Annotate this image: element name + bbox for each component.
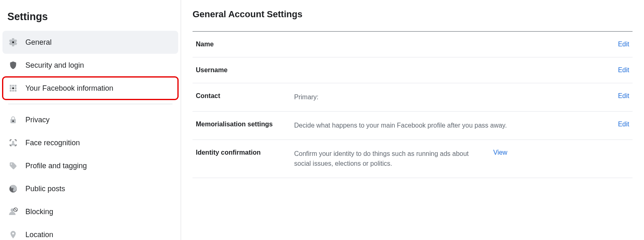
sidebar-item-privacy[interactable]: Privacy	[2, 108, 178, 131]
sidebar-title: Settings	[0, 6, 181, 31]
setting-row-contact: Contact Primary: Edit	[193, 83, 633, 112]
edit-link[interactable]: Edit	[611, 41, 629, 48]
grid-icon	[7, 82, 19, 94]
gear-icon	[7, 37, 19, 48]
setting-row-name: Name Edit	[193, 32, 633, 57]
sidebar-item-public-posts[interactable]: Public posts	[2, 177, 178, 200]
svg-point-17	[12, 233, 14, 235]
sidebar-list: General Security and login Your Facebook…	[0, 31, 181, 240]
sidebar-item-blocking[interactable]: Blocking	[2, 200, 178, 223]
svg-rect-6	[10, 90, 12, 92]
view-link[interactable]: View	[487, 149, 507, 156]
edit-link[interactable]: Edit	[611, 121, 629, 128]
sidebar-item-label: Security and login	[25, 61, 84, 70]
svg-rect-1	[10, 85, 12, 87]
setting-label: Identity confirmation	[196, 149, 294, 156]
sidebar-item-label: Location	[25, 231, 53, 239]
setting-row-username: Username Edit	[193, 57, 633, 83]
settings-table: Name Edit Username Edit Contact Primary:…	[193, 31, 633, 178]
sidebar-item-label: Public posts	[25, 185, 65, 193]
svg-point-9	[12, 87, 14, 89]
setting-desc: Decide what happens to your main Faceboo…	[294, 121, 611, 130]
block-icon	[7, 206, 19, 217]
page-title: General Account Settings	[193, 9, 633, 20]
setting-row-identity: Identity confirmation Confirm your ident…	[193, 140, 633, 178]
pin-icon	[7, 229, 19, 240]
sidebar-item-label: Profile and tagging	[25, 162, 87, 170]
sidebar-item-label: Blocking	[25, 208, 53, 216]
shield-icon	[7, 59, 19, 71]
tag-icon	[7, 160, 19, 171]
setting-label: Name	[196, 41, 294, 48]
sidebar-item-face-recognition[interactable]: Face recognition	[2, 131, 178, 154]
sidebar-item-profile-tagging[interactable]: Profile and tagging	[2, 154, 178, 177]
svg-rect-7	[12, 90, 14, 92]
setting-desc: Primary:	[294, 92, 611, 102]
svg-rect-4	[10, 87, 12, 89]
svg-rect-5	[15, 87, 17, 89]
svg-rect-8	[15, 90, 17, 92]
svg-line-16	[14, 208, 17, 211]
setting-label: Memorialisation settings	[196, 121, 294, 128]
edit-link[interactable]: Edit	[611, 92, 629, 100]
setting-desc: Confirm your identity to do things such …	[294, 149, 487, 169]
svg-rect-3	[15, 85, 17, 87]
setting-label: Contact	[196, 92, 294, 100]
svg-point-11	[12, 141, 14, 143]
svg-point-12	[11, 163, 12, 165]
svg-point-0	[12, 41, 14, 43]
sidebar-item-label: General	[25, 38, 52, 47]
setting-label: Username	[196, 66, 294, 74]
sidebar-item-label: Your Facebook information	[25, 84, 113, 93]
main-content: General Account Settings Name Edit Usern…	[181, 0, 644, 240]
face-icon	[7, 137, 19, 149]
lock-icon	[7, 114, 19, 126]
sidebar-item-location[interactable]: Location	[2, 223, 178, 240]
edit-link[interactable]: Edit	[611, 66, 629, 74]
sidebar-item-general[interactable]: General	[2, 31, 178, 54]
svg-point-10	[12, 120, 14, 122]
setting-row-memorialisation: Memorialisation settings Decide what hap…	[193, 112, 633, 140]
sidebar-item-label: Privacy	[25, 116, 50, 124]
sidebar-item-security[interactable]: Security and login	[2, 54, 178, 77]
sidebar-divider	[8, 104, 172, 104]
settings-sidebar: Settings General Security and login	[0, 0, 181, 240]
sidebar-item-label: Face recognition	[25, 139, 80, 147]
svg-rect-2	[12, 85, 14, 87]
globe-icon	[7, 183, 19, 194]
sidebar-item-your-info[interactable]: Your Facebook information	[2, 77, 178, 100]
